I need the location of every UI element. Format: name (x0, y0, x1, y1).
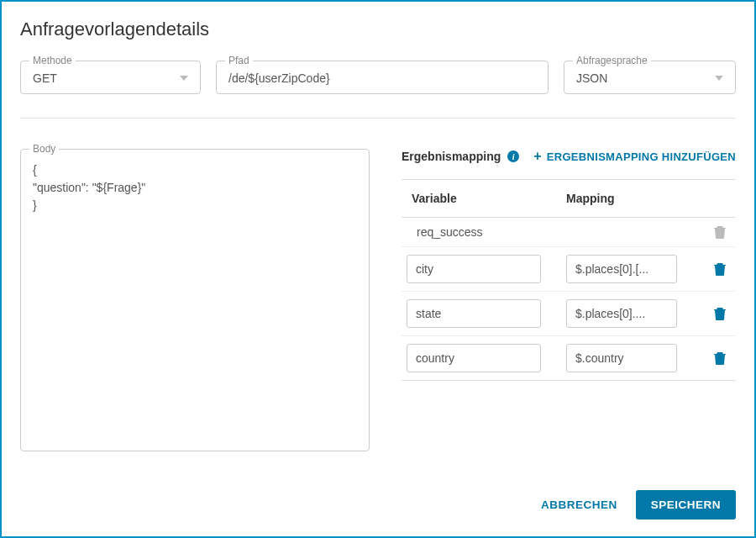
divider (20, 118, 736, 119)
result-mapping-panel: Ergebnismapping i + ERGEBNISMAPPING HINZ… (402, 149, 736, 477)
mapping-row (402, 247, 736, 292)
footer: ABBRECHEN SPEICHERN (20, 477, 736, 520)
info-icon[interactable]: i (507, 150, 519, 162)
variable-input[interactable] (407, 344, 541, 372)
mapping-row: req_success (402, 218, 736, 247)
cancel-button[interactable]: ABBRECHEN (541, 498, 617, 511)
query-language-value: JSON (576, 71, 607, 85)
mapping-input[interactable] (566, 299, 677, 328)
trash-icon[interactable] (714, 351, 726, 365)
path-input[interactable] (228, 71, 536, 85)
main-row: Body { "question": "${Frage}" } Ergebnis… (20, 149, 736, 477)
mapping-rows: req_success (402, 218, 736, 381)
trash-icon[interactable] (714, 307, 726, 320)
top-fields-row: Methode GET Pfad Abfragesprache JSON (20, 61, 736, 94)
plus-icon: + (533, 149, 542, 164)
column-variable: Variable (407, 192, 566, 205)
trash-icon[interactable] (714, 262, 726, 276)
variable-cell: req_success (407, 225, 566, 239)
mapping-title: Ergebnismapping (402, 150, 501, 163)
path-label: Pfad (225, 55, 253, 66)
mapping-input[interactable] (566, 344, 677, 372)
query-language-label: Abfragesprache (573, 55, 651, 66)
variable-input[interactable] (407, 255, 541, 283)
query-language-select[interactable]: Abfragesprache JSON (564, 61, 736, 94)
add-mapping-button[interactable]: + ERGEBNISMAPPING HINZUFÜGEN (533, 149, 736, 164)
method-select[interactable]: Methode GET (20, 61, 201, 94)
add-mapping-label: ERGEBNISMAPPING HINZUFÜGEN (547, 150, 736, 163)
mapping-row (402, 336, 736, 381)
request-template-details-modal: Anfragevorlagendetails Methode GET Pfad … (0, 0, 756, 538)
page-title: Anfragevorlagendetails (20, 18, 736, 40)
save-button[interactable]: SPEICHERN (636, 490, 736, 520)
method-value: GET (33, 71, 57, 85)
trash-icon (714, 225, 726, 239)
mapping-row (402, 292, 736, 336)
body-textarea[interactable]: { "question": "${Frage}" } (33, 161, 357, 214)
mapping-table-header: Variable Mapping (402, 179, 736, 218)
mapping-header: Ergebnismapping i + ERGEBNISMAPPING HINZ… (402, 149, 736, 164)
variable-input[interactable] (407, 299, 541, 328)
column-mapping: Mapping (566, 192, 731, 205)
method-label: Methode (29, 55, 76, 66)
body-label: Body (29, 143, 59, 155)
mapping-input[interactable] (566, 255, 677, 283)
body-field[interactable]: Body { "question": "${Frage}" } (20, 149, 370, 451)
path-field[interactable]: Pfad (216, 61, 549, 94)
chevron-down-icon (180, 76, 188, 81)
chevron-down-icon (715, 76, 723, 81)
